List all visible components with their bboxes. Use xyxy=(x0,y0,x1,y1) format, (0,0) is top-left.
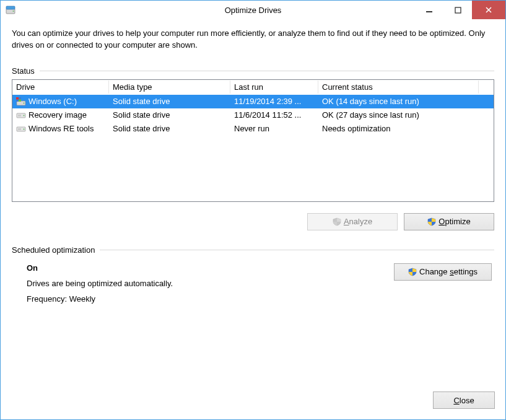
content-area: You can optimize your drives to help you… xyxy=(1,19,505,310)
divider xyxy=(40,71,494,71)
cell-drive: Windows RE tools xyxy=(12,124,109,134)
status-section-header: Status xyxy=(12,66,494,76)
drive-name: Windows (C:) xyxy=(28,97,77,106)
titlebar: Optimize Drives xyxy=(1,1,505,19)
scheduled-text: On Drives are being optimized automatica… xyxy=(27,263,394,304)
cell-status: OK (27 days since last run) xyxy=(318,110,494,120)
scheduled-state: On xyxy=(27,263,394,273)
shield-icon xyxy=(333,217,341,226)
divider xyxy=(100,250,494,250)
minimize-button[interactable] xyxy=(415,1,443,19)
close-window-button[interactable] xyxy=(472,1,505,19)
scheduled-body: On Drives are being optimized automatica… xyxy=(12,258,494,304)
scheduled-section-header: Scheduled optimization xyxy=(12,245,494,255)
window-controls xyxy=(415,1,505,19)
drive-name: Windows RE tools xyxy=(28,124,94,133)
svg-point-6 xyxy=(24,102,25,103)
scheduled-desc: Drives are being optimized automatically… xyxy=(27,279,394,288)
cell-status: Needs optimization xyxy=(318,124,494,133)
scheduled-freq: Frequency: Weekly xyxy=(27,294,394,304)
cell-drive: Recovery image xyxy=(12,110,109,120)
svg-point-14 xyxy=(24,128,25,129)
table-header: Drive Media type Last run Current status xyxy=(12,80,494,95)
hard-drive-icon xyxy=(16,124,26,134)
intro-text: You can optimize your drives to help you… xyxy=(12,28,494,51)
table-row[interactable]: Windows (C:)Solid state drive11/19/2014 … xyxy=(12,95,494,108)
footer: Close xyxy=(433,392,495,409)
change-settings-button[interactable]: Change settings xyxy=(394,263,492,281)
svg-rect-1 xyxy=(6,6,15,9)
table-row[interactable]: Recovery imageSolid state drive11/6/2014… xyxy=(12,108,494,122)
column-header-media[interactable]: Media type xyxy=(109,81,230,94)
svg-rect-12 xyxy=(18,115,21,116)
status-label: Status xyxy=(12,66,35,76)
os-drive-icon xyxy=(16,97,26,107)
svg-rect-9 xyxy=(19,99,21,102)
action-buttons-row: Analyze Optimize xyxy=(12,213,494,230)
column-header-status[interactable]: Current status xyxy=(318,81,479,94)
hard-drive-icon xyxy=(16,110,26,120)
svg-rect-4 xyxy=(455,7,461,13)
shield-icon xyxy=(408,268,417,276)
drive-table[interactable]: Drive Media type Last run Current status… xyxy=(12,79,494,202)
cell-media: Solid state drive xyxy=(109,124,230,133)
analyze-button[interactable]: Analyze xyxy=(307,213,398,230)
column-header-last[interactable]: Last run xyxy=(230,81,318,94)
cell-media: Solid state drive xyxy=(109,110,230,120)
shield-icon xyxy=(427,217,436,226)
maximize-button[interactable] xyxy=(443,1,472,19)
close-button[interactable]: Close xyxy=(433,392,495,409)
svg-point-2 xyxy=(13,11,14,12)
svg-rect-8 xyxy=(16,97,19,100)
optimize-drives-app-icon xyxy=(6,5,15,15)
svg-rect-15 xyxy=(18,128,21,130)
cell-status: OK (14 days since last run) xyxy=(318,97,494,106)
table-row[interactable]: Windows RE toolsSolid state driveNever r… xyxy=(12,122,494,136)
cell-media: Solid state drive xyxy=(109,97,230,106)
column-header-spacer xyxy=(479,85,494,89)
drive-name: Recovery image xyxy=(28,110,87,120)
scheduled-label: Scheduled optimization xyxy=(12,245,95,255)
svg-point-11 xyxy=(24,115,25,116)
cell-drive: Windows (C:) xyxy=(12,97,109,107)
cell-last: 11/19/2014 2:39 ... xyxy=(230,97,318,106)
cell-last: Never run xyxy=(230,124,318,133)
cell-last: 11/6/2014 11:52 ... xyxy=(230,110,318,120)
svg-rect-3 xyxy=(426,11,432,12)
optimize-button[interactable]: Optimize xyxy=(404,213,494,230)
column-header-drive[interactable]: Drive xyxy=(12,81,109,94)
change-settings-wrap: Change settings xyxy=(394,263,492,304)
